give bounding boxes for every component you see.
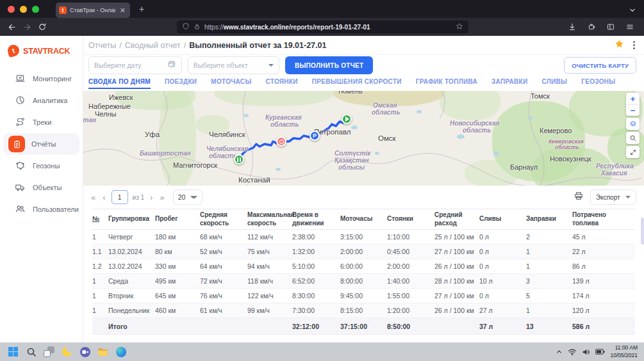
new-tab-button[interactable]: +: [136, 4, 147, 14]
sidebar-item-users[interactable]: Пользователи: [3, 198, 79, 220]
export-select[interactable]: Экспорт: [590, 189, 636, 205]
favorite-star-icon[interactable]: [615, 39, 624, 51]
table-header-cell[interactable]: Стоянки: [387, 213, 434, 225]
file-explorer-button[interactable]: [97, 346, 108, 357]
video-call-app-button[interactable]: [79, 346, 90, 357]
url-bar[interactable]: https://www.stavtrack.online/reports/rep…: [177, 20, 468, 33]
wifi-icon[interactable]: [568, 348, 577, 356]
breadcrumb-row: Отчеты/Сводный отчет/Выполненный отчет з…: [83, 36, 644, 55]
tray-expand-chevron-icon[interactable]: [556, 348, 563, 355]
forward-button[interactable]: [21, 20, 33, 33]
table-cell: 1: [526, 307, 572, 314]
table-header-cell[interactable]: Средний расход: [434, 209, 479, 229]
tab-2[interactable]: МОТОЧАСЫ: [211, 78, 251, 88]
table-header-cell[interactable]: Сливы: [479, 213, 526, 225]
parking-marker[interactable]: P: [310, 131, 320, 141]
clock[interactable]: 11:00 AM 10/05/2021: [610, 344, 638, 359]
tab-close-icon[interactable]: ✕: [119, 7, 127, 14]
zoom-out-button[interactable]: −: [626, 104, 640, 116]
tracking-shield-icon[interactable]: [182, 21, 190, 33]
sidebar-item-objects[interactable]: Объекты: [3, 177, 79, 198]
stavtrack-logo[interactable]: t STAVTRACK: [0, 36, 83, 68]
moon-app-button[interactable]: [62, 346, 72, 357]
breadcrumb-summary-report[interactable]: Сводный отчет: [125, 41, 181, 50]
table-cell: 1:55:00: [387, 292, 434, 300]
last-page-button[interactable]: »: [158, 193, 165, 202]
extensions-puzzle-icon[interactable]: [585, 20, 598, 33]
table-row[interactable]: 1Понедельник460 км61 км/ч99 км/ч7:30:008…: [92, 303, 635, 318]
battery-icon[interactable]: [595, 349, 605, 355]
table-row[interactable]: 1.113.02.202480 км52 км/ч75 км/ч1:32:002…: [92, 245, 635, 259]
table-header-cell[interactable]: Пробег: [155, 213, 200, 225]
zoom-in-button[interactable]: +: [626, 93, 640, 104]
table-cell: 45 л: [572, 233, 635, 241]
map-search-button[interactable]: [626, 132, 640, 144]
tab-4[interactable]: ПРЕВЫШЕНИЯ СКОРОСТИ: [312, 78, 402, 88]
task-view-button[interactable]: [44, 346, 54, 357]
tab-0[interactable]: СВОДКА ПО ДНЯМ: [88, 78, 151, 89]
next-page-button[interactable]: ›: [149, 193, 154, 202]
calendar-icon[interactable]: [167, 60, 176, 71]
downloads-button[interactable]: [566, 20, 579, 33]
minimize-window-button[interactable]: [20, 6, 27, 13]
table-header-cell[interactable]: Время в движении: [292, 209, 340, 229]
table-header-cell[interactable]: Максимальная скорость: [247, 209, 292, 229]
sidebar-item-geofence[interactable]: Геозоны: [3, 155, 79, 177]
fullscreen-button[interactable]: [626, 146, 640, 158]
reload-button[interactable]: [36, 20, 49, 33]
volume-icon[interactable]: [582, 348, 590, 356]
lock-icon[interactable]: [194, 21, 201, 33]
maximize-window-button[interactable]: [32, 6, 39, 13]
start-button[interactable]: [8, 346, 19, 357]
close-window-button[interactable]: [8, 6, 15, 13]
print-button[interactable]: [574, 191, 584, 204]
table-row[interactable]: 1Среда495 км72 км/ч118 км/ч6:52:008:00:0…: [92, 274, 635, 289]
back-button[interactable]: [5, 20, 18, 33]
page-number-input[interactable]: [111, 190, 128, 204]
analytics-icon: [15, 95, 26, 107]
table-row[interactable]: 1Вторник645 км76 км/ч122 км/ч8:30:009:45…: [92, 289, 635, 303]
layers-button[interactable]: [626, 118, 640, 130]
prev-page-button[interactable]: ‹: [101, 193, 106, 202]
map[interactable]: ИжевскНабережныеЧелныстанУфаБашкортостан…: [83, 91, 644, 186]
table-header-cell[interactable]: Заправки: [526, 213, 572, 225]
tab-1[interactable]: ПОЕЗДКИ: [165, 78, 197, 88]
tab-8[interactable]: ГЕОЗОНЫ: [581, 78, 615, 88]
stop-marker[interactable]: [276, 136, 286, 147]
table-total-cell: Итого: [108, 323, 155, 330]
tab-7[interactable]: СЛИВЫ: [541, 78, 567, 88]
date-picker-input[interactable]: Выберите дату: [88, 56, 182, 74]
table-header-cell[interactable]: Моточасы: [340, 213, 387, 225]
play-marker[interactable]: [342, 114, 352, 124]
object-select[interactable]: Выберите объект: [188, 56, 279, 74]
clear-map-button[interactable]: ОЧИСТИТЬ КАРТУ: [564, 57, 636, 74]
sidebar-item-analytics[interactable]: Аналитика: [3, 90, 79, 111]
taskbar-search-button[interactable]: [26, 346, 37, 357]
tab-6[interactable]: ЗАПРАВКИ: [491, 78, 527, 88]
browser-tab[interactable]: t СтавТрак - Онлайн мониторин ✕: [56, 3, 130, 18]
sidebar-item-tracks[interactable]: Треки: [3, 111, 79, 133]
table-header-cell[interactable]: Группировка: [108, 213, 155, 225]
table-row[interactable]: 1Четверг180 км68 км/ч112 км/ч2:38:003:15…: [92, 230, 635, 245]
pause-marker[interactable]: [234, 154, 244, 164]
run-report-button[interactable]: ВЫПОЛНИТЬ ОТЧЕТ: [285, 56, 373, 74]
table-header-cell[interactable]: Потрачено топлива: [572, 209, 635, 229]
tab-5[interactable]: ГРАФИК ТОПЛИВА: [416, 78, 477, 88]
table-header-cell[interactable]: №: [92, 213, 108, 225]
sidebar-toggle-icon[interactable]: [604, 20, 617, 33]
kebab-menu-icon[interactable]: [632, 40, 636, 51]
table-header-cell[interactable]: Средняя скорость: [200, 209, 247, 229]
page-size-select[interactable]: 20: [173, 189, 202, 205]
table-totals-row: Итого32:12:0037:15:008:50:0037 л13586 л: [92, 318, 635, 335]
menu-hamburger-icon[interactable]: [623, 20, 636, 33]
bookmark-star-icon[interactable]: [456, 21, 463, 33]
tab-list-chevron-icon[interactable]: [629, 5, 636, 17]
table-row[interactable]: 1.213.02.2024330 км64 км/ч94 км/ч5:10:00…: [92, 259, 635, 274]
sidebar-item-reports[interactable]: Отчёты: [3, 133, 79, 155]
edge-browser-button[interactable]: [115, 346, 126, 357]
sidebar-item-monitoring[interactable]: Мониторинг: [3, 68, 79, 90]
tab-3[interactable]: СТОЯНКИ: [265, 78, 297, 88]
table-scrollbar-thumb[interactable]: [641, 218, 644, 245]
breadcrumb-reports[interactable]: Отчеты: [88, 41, 116, 50]
first-page-button[interactable]: «: [90, 193, 97, 202]
